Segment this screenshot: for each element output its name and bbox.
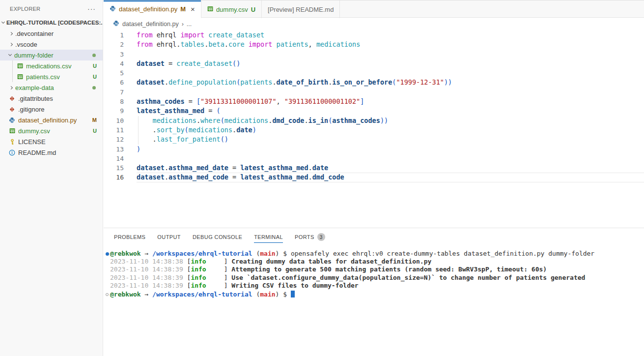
editor-tab-bar: dataset_definition.pyM×dummy.csvU[Previe… [104,0,644,18]
prompt-text: ) $ [276,250,291,257]
tab-dirty-badge: M [180,5,186,13]
sidebar-item-medications.csv[interactable]: medications.csvU [0,60,103,71]
line-number: 12 [104,135,137,144]
line-number: 9 [104,106,137,116]
explorer-title: EXPLORER [10,6,40,12]
sidebar-item-dummy-folder[interactable]: dummy-folder [0,50,103,60]
tab-dataset-definition-py[interactable]: dataset_definition.pyM× [104,0,201,18]
code-text: ) [137,145,140,154]
panel-tab-output[interactable]: OUTPUT [157,228,181,246]
code-line-1[interactable]: 1from ehrql import create_dataset [104,30,644,40]
sidebar-item-LICENSE[interactable]: LICENSE [0,136,103,147]
line-number: 3 [104,50,137,59]
sidebar-item-dataset_definition.py[interactable]: dataset_definition.pyM [0,115,103,125]
panel-tab-ports[interactable]: PORTS3 [295,228,325,246]
sidebar-item-example-data[interactable]: example-data [0,82,103,93]
code-line-15[interactable]: 15dataset.asthma_med_date = latest_asthm… [104,163,644,173]
file-label: .gitignore [18,106,44,113]
tab--preview-readme-md[interactable]: [Preview] README.md [262,0,340,18]
code-line-11[interactable]: 11 .sort_by(medications.date) [104,125,644,135]
log-gutter [105,282,110,290]
code-line-9[interactable]: 9latest_asthma_med = ( [104,106,644,116]
line-number: 13 [104,145,137,154]
indent-guide [138,125,139,135]
sidebar-item-dummy.csv[interactable]: dummy.csvU [0,125,103,136]
prompt-text: ( [252,250,260,257]
breadcrumb-more[interactable]: ... [187,21,192,28]
code-line-3[interactable]: 3 [104,50,644,59]
panel-tab-debug-console[interactable]: DEBUG CONSOLE [193,228,242,246]
code-text: asthma_codes = ["39113311000001107", "39… [137,97,364,106]
prompt-branch: main [260,291,275,298]
more-actions-button[interactable]: ··· [87,6,96,11]
sidebar-item-README.md[interactable]: README.md [0,147,103,158]
log-message: Writing CSV files to dummy-folder [231,282,358,289]
log-timestamp: 2023-11-10 14:38:38 [110,258,183,265]
code-line-5[interactable]: 5 [104,68,644,78]
close-icon[interactable]: × [191,5,195,13]
line-number: 8 [104,97,137,106]
code-line-4[interactable]: 4dataset = create_dataset() [104,59,644,68]
breadcrumb-file[interactable]: dataset_definition.py [122,21,179,28]
git-changes-dot-badge [92,86,96,89]
file-label: dummy.csv [18,127,50,135]
explorer-sidebar: EXPLORER ··· EHRQL-TUTORIAL [CODESPACES:… [0,0,103,356]
log-bracket: ] [224,266,232,273]
line-number: 15 [104,163,137,173]
code-text: latest_asthma_med = ( [137,106,221,116]
indent-guide [138,116,139,125]
code-line-10[interactable]: 10 medications.where(medications.dmd_cod… [104,116,644,125]
panel-tab-terminal[interactable]: TERMINAL [254,228,283,246]
python-icon [110,5,116,13]
file-label: dummy-folder [14,52,53,59]
tab-label: dataset_definition.py [119,5,177,13]
chevron-right-icon [9,42,13,46]
git-status-badge: M [92,117,97,123]
sidebar-item-.gitignore[interactable]: .gitignore [0,104,103,115]
file-label: README.md [18,149,56,156]
log-level: info [191,258,224,266]
code-text: medications.where(medications.dmd_code.i… [137,116,388,125]
sidebar-item-patients.csv[interactable]: patients.csvU [0,71,103,82]
prompt-text [148,250,152,257]
sidebar-item-.devcontainer[interactable]: .devcontainer [0,28,103,39]
log-timestamp: 2023-11-10 14:38:39 [110,282,183,289]
code-text: dataset.asthma_med_code = latest_asthma_… [137,173,344,182]
panel-tab-problems[interactable]: PROBLEMS [114,228,145,246]
tab-dummy-csv[interactable]: dummy.csvU [201,0,262,18]
code-text: dataset = create_dataset() [137,59,240,68]
code-editor[interactable]: 1from ehrql import create_dataset2from e… [104,30,644,227]
editor-area: dataset_definition.pyM×dummy.csvU[Previe… [104,0,644,356]
prompt-user: @rebkwok [110,250,141,257]
file-label: medications.csv [26,62,71,70]
code-line-16[interactable]: 16dataset.asthma_med_code = latest_asthm… [104,173,644,182]
file-label: .vscode [15,41,37,48]
csv-icon [9,128,15,134]
code-text: from ehrql import create_dataset [137,30,264,40]
code-line-2[interactable]: 2from ehrql.tables.beta.core import pati… [104,40,644,49]
breadcrumb-separator: › [182,21,184,28]
sidebar-item-.gitattributes[interactable]: .gitattributes [0,93,103,104]
panel-tab-label: OUTPUT [157,234,181,240]
log-bracket: ] [224,282,232,289]
code-text: .sort_by(medications.date) [137,125,256,135]
code-line-7[interactable]: 7 [104,88,644,97]
sidebar-item-.vscode[interactable]: .vscode [0,39,103,50]
log-bracket: [ [183,282,191,289]
git-status-badge: U [93,63,97,69]
code-line-8[interactable]: 8asthma_codes = ["39113311000001107", "3… [104,97,644,106]
terminal-prompt-line: @rebkwok → /workspaces/ehrql-tutorial (m… [104,291,644,298]
panel-tab-label: DEBUG CONSOLE [193,234,242,240]
code-line-14[interactable]: 14 [104,154,644,163]
tab-label: dummy.csv [216,6,248,13]
code-line-12[interactable]: 12 .last_for_patient() [104,135,644,144]
code-line-6[interactable]: 6dataset.define_population(patients.date… [104,78,644,87]
file-label: example-data [15,84,54,91]
tab-label: [Preview] README.md [268,6,334,13]
log-bracket: ] [224,258,232,265]
workspace-root-item[interactable]: EHRQL-TUTORIAL [CODESPACES:... [0,17,103,28]
code-line-13[interactable]: 13) [104,145,644,154]
explorer-header: EXPLORER ··· [0,0,103,17]
terminal-output[interactable]: @rebkwok → /workspaces/ehrql-tutorial (m… [104,250,644,356]
log-timestamp: 2023-11-10 14:38:39 [110,274,183,281]
